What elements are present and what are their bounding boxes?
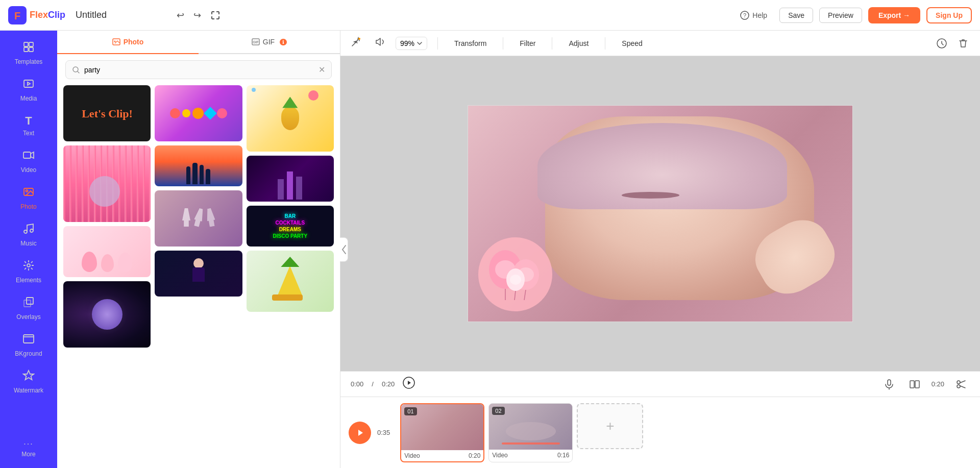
split-button[interactable] (906, 376, 923, 393)
transform-button[interactable]: Transform (448, 37, 493, 50)
svg-point-33 (510, 275, 521, 285)
elements-icon (22, 259, 35, 275)
watermark-icon (22, 370, 35, 385)
sidebar-item-video[interactable]: Video (0, 143, 57, 180)
photo-col-3: BAR COCKTAILS DREAMS DISCO PARTY (247, 85, 334, 462)
add-clip-button[interactable]: + (577, 403, 643, 449)
main-area: Templates Media T Text (0, 31, 980, 468)
bg-remove-button[interactable] (349, 34, 364, 52)
photo-item[interactable] (247, 156, 334, 202)
clock-icon (936, 38, 947, 49)
sidebar-item-media[interactable]: Media (0, 71, 57, 108)
text-icon: T (25, 114, 32, 128)
photo-item[interactable]: Let's Clip! (63, 85, 151, 141)
timeline-clips: 01 Video 0:20 (400, 403, 972, 462)
sidebar-item-more[interactable]: ··· More (0, 433, 57, 464)
photo-item[interactable] (155, 190, 242, 247)
video-controls: 0:00 / 0:20 (340, 371, 980, 397)
svg-point-19 (114, 41, 115, 42)
timeline-area: 0:35 01 Video 0:20 (340, 397, 980, 468)
sidebar-item-overlays[interactable]: Overlays (0, 290, 57, 327)
delete-button[interactable] (954, 35, 972, 52)
photo-item[interactable] (247, 251, 334, 312)
save-button[interactable]: Save (779, 8, 813, 23)
sidebar-item-text[interactable]: T Text (0, 108, 57, 143)
svg-rect-16 (27, 298, 33, 304)
svg-rect-37 (910, 381, 914, 388)
sidebar-item-bkground[interactable]: BKground (0, 327, 57, 363)
photo-item[interactable] (63, 145, 151, 222)
svg-line-34 (514, 291, 516, 300)
panel-collapse-button[interactable] (340, 237, 348, 262)
video-icon (22, 149, 35, 164)
svg-point-11 (26, 190, 28, 192)
timeline-play-icon (355, 428, 365, 438)
tab-photo[interactable]: Photo (57, 31, 199, 54)
toolbar-separator (503, 37, 503, 50)
gif-tab-icon: GIF (252, 38, 260, 46)
svg-rect-5 (29, 42, 33, 46)
photo-col-1: Let's Clip! (63, 85, 151, 462)
photo-item[interactable] (63, 226, 151, 277)
photo-item[interactable] (247, 85, 334, 152)
search-clear-button[interactable]: ✕ (318, 65, 325, 75)
trim-button[interactable] (952, 376, 970, 393)
sidebar-item-photo[interactable]: Photo (0, 180, 57, 216)
content-panel: Photo GIF GIF ℹ (57, 31, 340, 468)
zoom-control[interactable]: 99% (396, 37, 427, 50)
svg-point-12 (24, 230, 27, 233)
time-total: 0:20 (382, 380, 395, 388)
sidebar-item-watermark[interactable]: Watermark (0, 363, 57, 400)
svg-rect-6 (24, 47, 28, 52)
svg-point-40 (957, 385, 960, 388)
play-button[interactable] (403, 377, 415, 391)
time-current: 0:00 (351, 380, 363, 388)
project-title-input[interactable]: Untitled (76, 10, 167, 20)
more-icon: ··· (23, 439, 33, 449)
export-button[interactable]: Export → (868, 7, 920, 23)
logo: F FlexClip (8, 6, 65, 24)
adjust-button[interactable]: Adjust (562, 37, 595, 50)
timeline-clip-2[interactable]: 02 Video 0:16 (488, 403, 573, 462)
search-input[interactable] (84, 66, 314, 74)
timeline-clip-1[interactable]: 01 Video 0:20 (400, 403, 484, 462)
fullscreen-button[interactable] (207, 7, 224, 23)
svg-point-13 (30, 229, 33, 232)
timeline-play-button[interactable] (349, 422, 371, 444)
svg-point-24 (358, 38, 360, 40)
duration-display: 0:20 (932, 380, 944, 388)
redo-button[interactable]: ↪ (190, 7, 204, 24)
photo-item[interactable] (155, 85, 242, 141)
toolbar-right (933, 35, 972, 52)
help-icon: ? (740, 11, 749, 20)
help-button[interactable]: ? Help (734, 8, 773, 23)
photo-item[interactable]: BAR COCKTAILS DREAMS DISCO PARTY (247, 206, 334, 247)
sidebar-item-music[interactable]: Music (0, 216, 57, 253)
tab-gif[interactable]: GIF GIF ℹ (199, 31, 340, 54)
toolbar-separator (552, 37, 552, 50)
history-button[interactable] (933, 35, 950, 52)
search-input-wrap: ✕ (65, 60, 332, 79)
sidebar-item-templates[interactable]: Templates (0, 35, 57, 71)
fullscreen-icon (210, 10, 220, 20)
signup-button[interactable]: Sign Up (926, 7, 972, 23)
overlays-icon (22, 296, 35, 311)
preview-button[interactable]: Preview (819, 8, 862, 23)
svg-rect-8 (24, 80, 33, 87)
photo-item[interactable] (155, 251, 242, 297)
toolbar-separator (437, 37, 438, 50)
balloon-graphic (482, 241, 549, 308)
magic-wand-icon (351, 36, 362, 47)
microphone-button[interactable] (880, 376, 898, 393)
party-text-graphic: Let's Clip! (77, 103, 138, 124)
speed-button[interactable]: Speed (616, 37, 648, 50)
undo-button[interactable]: ↩ (174, 7, 187, 24)
sidebar-item-elements[interactable]: Elements (0, 253, 57, 290)
photo-item[interactable] (63, 281, 151, 348)
panel-tabs: Photo GIF GIF ℹ (57, 31, 340, 54)
volume-button[interactable] (372, 34, 387, 52)
photo-item[interactable] (155, 145, 242, 186)
svg-rect-4 (24, 42, 28, 46)
filter-button[interactable]: Filter (513, 37, 542, 50)
video-canvas[interactable] (468, 105, 853, 322)
